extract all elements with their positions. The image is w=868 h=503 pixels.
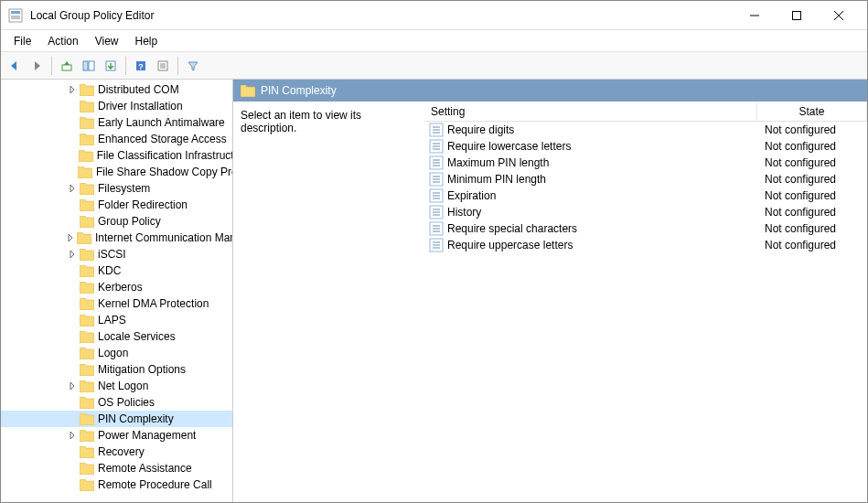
tree-pane[interactable]: Distributed COMDriver InstallationEarly …: [1, 80, 233, 502]
chevron-right-icon[interactable]: [67, 232, 75, 243]
tree-item[interactable]: PIN Complexity: [1, 411, 232, 427]
tree-item-label: KDC: [98, 264, 121, 277]
folder-icon: [80, 430, 94, 442]
tree-item[interactable]: Driver Installation: [1, 98, 232, 114]
minimize-button[interactable]: [734, 2, 776, 29]
folder-icon: [80, 265, 94, 277]
svg-rect-9: [793, 11, 801, 19]
setting-label: Require lowercase letters: [447, 140, 757, 153]
tree-item[interactable]: OS Policies: [1, 394, 232, 411]
tree-item[interactable]: Folder Redirection: [1, 197, 232, 213]
folder-icon: [79, 150, 93, 162]
setting-row[interactable]: Minimum PIN lengthNot configured: [425, 171, 867, 187]
column-setting[interactable]: Setting: [425, 102, 757, 121]
folder-icon: [80, 463, 94, 475]
tree-item[interactable]: Net Logon: [1, 378, 232, 394]
tree-item[interactable]: Group Policy: [1, 213, 232, 230]
tree-item-label: Logon: [98, 347, 128, 359]
expander-empty: [67, 463, 78, 474]
forward-button[interactable]: [27, 56, 47, 76]
expander-empty: [67, 265, 78, 276]
folder-icon: [80, 183, 94, 195]
properties-button[interactable]: [153, 56, 173, 76]
tree-item[interactable]: Kerberos: [1, 279, 232, 295]
tree-item[interactable]: iSCSI: [1, 246, 232, 262]
tree-item[interactable]: Early Launch Antimalware: [1, 114, 232, 131]
folder-icon: [80, 446, 94, 458]
tree-item[interactable]: KDC: [1, 262, 232, 279]
chevron-right-icon[interactable]: [67, 430, 78, 441]
tree-item-label: Group Policy: [98, 215, 161, 228]
tree-item[interactable]: Remote Assistance: [1, 460, 232, 476]
setting-state: Not configured: [757, 222, 867, 235]
tree-item-label: Recovery: [98, 445, 145, 458]
tree-item-label: Early Launch Antimalware: [98, 116, 225, 129]
setting-row[interactable]: Maximum PIN lengthNot configured: [425, 155, 867, 171]
folder-icon: [80, 380, 94, 392]
expander-empty: [67, 315, 78, 326]
setting-row[interactable]: ExpirationNot configured: [425, 187, 867, 204]
expander-empty: [67, 134, 78, 144]
tree-item[interactable]: File Classification Infrastructure: [1, 147, 232, 164]
expander-empty: [67, 199, 78, 210]
folder-icon: [80, 413, 94, 425]
setting-row[interactable]: Require special charactersNot configured: [425, 220, 867, 237]
tree-item[interactable]: Recovery: [1, 444, 232, 460]
tree-item[interactable]: Mitigation Options: [1, 361, 232, 378]
chevron-right-icon[interactable]: [67, 249, 78, 260]
menu-help[interactable]: Help: [128, 32, 166, 50]
close-button[interactable]: [818, 2, 860, 29]
tree-item[interactable]: Distributed COM: [1, 81, 232, 98]
expander-empty: [67, 348, 78, 359]
window-title: Local Group Policy Editor: [30, 9, 734, 22]
tree-item[interactable]: Remote Procedure Call: [1, 476, 232, 493]
tree-item-label: Internet Communication Management: [95, 231, 232, 244]
toolbar: ?: [1, 52, 867, 80]
chevron-right-icon[interactable]: [67, 84, 78, 95]
export-list-button[interactable]: [101, 56, 121, 76]
tree-item[interactable]: Kernel DMA Protection: [1, 295, 232, 312]
detail-pane: PIN Complexity Select an item to view it…: [233, 80, 867, 502]
maximize-button[interactable]: [776, 2, 818, 29]
tree-item[interactable]: Power Management: [1, 427, 232, 444]
tree-item[interactable]: File Share Shadow Copy Provider: [1, 164, 232, 180]
menu-file[interactable]: File: [6, 32, 38, 50]
tree-item-label: Folder Redirection: [98, 198, 188, 211]
tree-item[interactable]: Logon: [1, 345, 232, 361]
tree-item-label: Power Management: [98, 429, 196, 442]
setting-row[interactable]: Require digitsNot configured: [425, 122, 867, 138]
tree-item-label: Distributed COM: [98, 83, 179, 96]
setting-row[interactable]: Require uppercase lettersNot configured: [425, 237, 867, 253]
column-state[interactable]: State: [757, 102, 867, 121]
setting-row[interactable]: Require lowercase lettersNot configured: [425, 138, 867, 155]
tree-item-label: Kernel DMA Protection: [98, 297, 209, 310]
expander-empty: [67, 479, 78, 490]
setting-icon: [429, 139, 444, 154]
expander-empty: [67, 117, 78, 128]
menu-view[interactable]: View: [88, 32, 126, 50]
menubar: File Action View Help: [1, 30, 867, 52]
toolbar-separator: [177, 57, 178, 75]
filter-button[interactable]: [183, 56, 203, 76]
setting-row[interactable]: HistoryNot configured: [425, 204, 867, 220]
chevron-right-icon[interactable]: [67, 380, 78, 391]
tree-item[interactable]: Internet Communication Management: [1, 230, 232, 246]
menu-action[interactable]: Action: [40, 32, 85, 50]
setting-state: Not configured: [757, 239, 867, 252]
setting-state: Not configured: [757, 123, 867, 136]
back-button[interactable]: [5, 56, 25, 76]
tree-item[interactable]: Locale Services: [1, 328, 232, 345]
chevron-right-icon[interactable]: [67, 183, 78, 194]
titlebar: Local Group Policy Editor: [1, 1, 867, 30]
expander-empty: [67, 282, 78, 293]
tree-item[interactable]: Enhanced Storage Access: [1, 131, 232, 147]
tree-item-label: File Classification Infrastructure: [97, 149, 232, 162]
tree-item-label: Driver Installation: [98, 100, 183, 112]
tree-item[interactable]: LAPS: [1, 312, 232, 328]
folder-icon: [80, 216, 94, 228]
setting-label: Require special characters: [447, 222, 757, 235]
up-button[interactable]: [57, 56, 77, 76]
help-button[interactable]: ?: [131, 56, 151, 76]
tree-item[interactable]: Filesystem: [1, 180, 232, 197]
show-hide-tree-button[interactable]: [79, 56, 99, 76]
